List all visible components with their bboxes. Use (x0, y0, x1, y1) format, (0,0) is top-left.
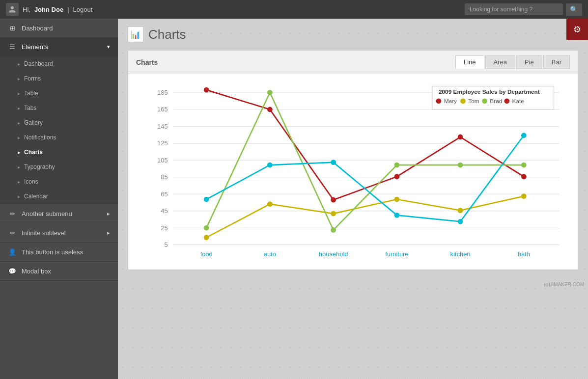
sidebar-submenu-elements: Dashboard Forms Table Tabs Gallery Notif… (0, 56, 118, 204)
sidebar-section-main: ⊞ Dashboard ☰ Elements ▾ (0, 19, 118, 56)
sidebar-item-elements[interactable]: ☰ Elements ▾ (0, 37, 118, 56)
elements-icon: ☰ (8, 42, 17, 51)
tom-point (267, 201, 273, 207)
separator: | (67, 6, 69, 13)
svg-text:45: 45 (161, 207, 168, 215)
svg-text:auto: auto (264, 250, 276, 258)
sidebar-item-label: Elements (22, 43, 48, 51)
submenu-label: Typography (24, 163, 55, 170)
tom-point (394, 197, 399, 202)
svg-text:kitchen: kitchen (450, 250, 471, 258)
svg-text:125: 125 (157, 139, 168, 147)
legend-tom-dot (460, 98, 466, 104)
brad-point (394, 162, 399, 168)
sidebar-submenu-item-gallery[interactable]: Gallery (0, 115, 118, 130)
tom-point (204, 235, 209, 240)
avatar (6, 3, 19, 16)
sidebar-item-dashboard[interactable]: ⊞ Dashboard (0, 19, 118, 37)
footer: ⊞ UIMAKER.COM (118, 280, 588, 289)
comment-icon: 💬 (8, 267, 17, 275)
sidebar: ⊞ Dashboard ☰ Elements ▾ Dashboard Forms… (0, 19, 118, 379)
x-axis-labels: food auto household furniture kitchen ba… (200, 250, 530, 258)
search-button[interactable]: 🔍 (566, 3, 582, 16)
kate-point (521, 133, 527, 138)
main-content: ⚙ 📊 Charts Charts Line Area Pie Bar (118, 19, 588, 379)
sidebar-submenu-item-tabs[interactable]: Tabs (0, 101, 118, 115)
search-input[interactable] (465, 3, 563, 15)
svg-text:bath: bath (518, 250, 530, 258)
mary-point (331, 197, 336, 203)
sidebar-item-useless-button[interactable]: 👤 This button is useless (0, 243, 118, 261)
sidebar-item-label: This button is useless (22, 248, 83, 256)
submenu-label: Table (24, 90, 38, 97)
legend-brad-label: Brad (490, 98, 502, 105)
dashboard-icon: ⊞ (8, 24, 17, 32)
logout-link[interactable]: Logout (73, 6, 93, 13)
legend-title: 2009 Employee Sales by Department (439, 88, 540, 95)
tab-bar[interactable]: Bar (543, 55, 570, 69)
sidebar-submenu-item-calendar[interactable]: Calendar (0, 189, 118, 204)
pencil2-icon: ✏ (8, 228, 17, 237)
sidebar-item-modal-box[interactable]: 💬 Modal box (0, 262, 118, 280)
svg-text:5: 5 (164, 241, 168, 248)
sidebar-item-another-submenu[interactable]: ✏ Another submenu ▸ (0, 204, 118, 223)
card-title: Charts (136, 58, 158, 66)
brad-point (458, 162, 463, 168)
chart-tabs: Line Area Pie Bar (455, 55, 570, 69)
mary-point (394, 174, 399, 179)
submenu-label: Icons (24, 178, 38, 185)
sidebar-item-label: Another submenu (22, 210, 72, 217)
chevron-down-icon: ▾ (107, 44, 110, 50)
sidebar-item-label: Dashboard (22, 25, 53, 32)
submenu-label: Tabs (24, 105, 36, 111)
svg-text:165: 165 (157, 106, 168, 113)
card-body: 185 165 145 125 105 85 65 45 25 5 (128, 74, 578, 270)
submenu-label: Dashboard (24, 60, 53, 67)
svg-text:25: 25 (161, 224, 168, 232)
tom-line (206, 196, 524, 238)
topbar: Hi, John Doe | Logout 🔍 (0, 0, 588, 19)
tab-line[interactable]: Line (455, 55, 484, 69)
sidebar-submenu-item-charts[interactable]: Charts (0, 145, 118, 160)
brad-point (521, 162, 527, 168)
sidebar-submenu-item-table[interactable]: Table (0, 86, 118, 101)
submenu-label: Gallery (24, 119, 43, 126)
brad-point (331, 227, 336, 233)
sidebar-submenu-item-dashboard[interactable]: Dashboard (0, 56, 118, 71)
submenu-label: Charts (24, 149, 43, 156)
sidebar-submenu-item-notifications[interactable]: Notifications (0, 130, 118, 145)
sidebar-section-useless: 👤 This button is useless (0, 243, 118, 262)
settings-button[interactable]: ⚙ (566, 19, 588, 40)
svg-text:185: 185 (157, 89, 168, 96)
legend-kate-label: Kate (512, 98, 525, 105)
submenu-label: Notifications (24, 134, 56, 141)
chart-container: 185 165 145 125 105 85 65 45 25 5 (136, 82, 570, 262)
kate-point (394, 213, 399, 218)
layout: ⊞ Dashboard ☰ Elements ▾ Dashboard Forms… (0, 19, 588, 379)
topbar-right: 🔍 (465, 3, 582, 16)
tom-point (521, 193, 527, 199)
sidebar-submenu-item-typography[interactable]: Typography (0, 160, 118, 174)
page-title: Charts (148, 27, 186, 42)
topbar-left: Hi, John Doe | Logout (6, 3, 92, 16)
kate-line (206, 135, 524, 222)
charts-card: Charts Line Area Pie Bar (128, 50, 578, 270)
sidebar-item-infinite-sublevel[interactable]: ✏ Infinite sublevel ▸ (0, 223, 118, 242)
legend-mary-dot (436, 98, 442, 104)
tab-pie[interactable]: Pie (516, 55, 542, 69)
svg-text:household: household (319, 250, 348, 258)
submenu-label: Calendar (24, 193, 48, 200)
sidebar-submenu-item-icons[interactable]: Icons (0, 174, 118, 189)
svg-text:85: 85 (161, 173, 168, 181)
mary-point (458, 135, 463, 140)
tom-point (458, 208, 463, 213)
chevron-right-icon: ▸ (107, 230, 110, 236)
sidebar-submenu-item-forms[interactable]: Forms (0, 71, 118, 86)
legend-mary-label: Mary (444, 98, 457, 105)
page-header: 📊 Charts (118, 19, 588, 50)
pencil-icon: ✏ (8, 209, 17, 218)
tab-area[interactable]: Area (485, 55, 515, 69)
svg-text:65: 65 (161, 190, 168, 198)
svg-text:105: 105 (157, 157, 168, 164)
brad-line (206, 93, 524, 230)
